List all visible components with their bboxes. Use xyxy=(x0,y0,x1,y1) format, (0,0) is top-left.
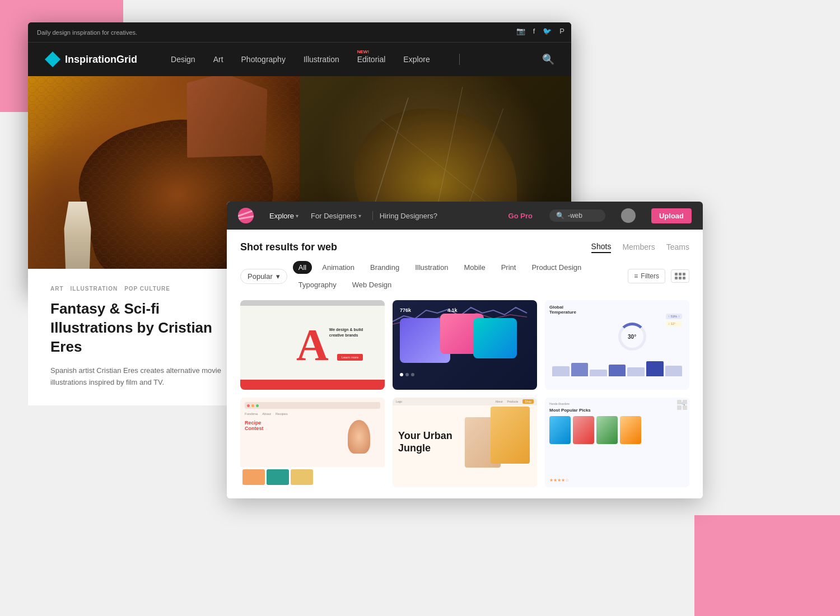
shot3-bar-3 xyxy=(590,370,607,376)
drib-search-value[interactable]: -web xyxy=(568,212,582,220)
ig-nav-editorial[interactable]: Editorial xyxy=(357,55,386,64)
drib-shots-grid: A We design & buildcreative brands Learn… xyxy=(240,300,689,487)
shot3-bar-4 xyxy=(609,365,626,376)
shot1-base-bar xyxy=(240,380,385,390)
shot6-grid-icon xyxy=(677,400,687,410)
shot2-card-blue xyxy=(473,318,516,358)
drib-tag-product-design[interactable]: Product Design xyxy=(526,261,587,274)
shot1-cta-button: Learn more xyxy=(337,354,363,361)
shot6-grid-dot-2 xyxy=(683,400,687,404)
drib-shot-2[interactable]: 776k 4.1k xyxy=(393,300,537,390)
drib-shot-3-img: GlobalTemperature 30° ↑ 53% ↑ ↓ 12° xyxy=(545,300,689,390)
shot4-bg: Fondima About Recipes RecipeContest xyxy=(240,398,385,487)
shot3-bg: GlobalTemperature 30° ↑ 53% ↑ ↓ 12° xyxy=(545,300,689,390)
ig-search-icon[interactable]: 🔍 xyxy=(542,53,554,66)
drib-filters-button[interactable]: ≡ Filters xyxy=(628,269,665,283)
drib-search-box[interactable]: 🔍 -web xyxy=(549,209,605,222)
shot4-recipe-3 xyxy=(291,469,313,485)
shot6-brand-name: Hande Akardere xyxy=(549,402,570,405)
drib-tab-shots[interactable]: Shots xyxy=(591,241,612,253)
shot1-bg: A We design & buildcreative brands Learn… xyxy=(240,300,385,390)
shot6-grid-dot-4 xyxy=(683,405,687,410)
drib-shot-5[interactable]: Logo About Products Shop Your UrbanJungl… xyxy=(393,398,537,487)
ig-nav-photography[interactable]: Photography xyxy=(241,55,286,64)
drib-tag-illustration[interactable]: Illustration xyxy=(409,261,454,274)
ig-twitter-icon[interactable]: 🐦 xyxy=(543,27,552,35)
drib-user-avatar[interactable] xyxy=(621,208,636,223)
drib-grid-dot-6 xyxy=(683,277,685,279)
shot3-chip2: ↓ 12° xyxy=(666,321,682,326)
drib-tag-all[interactable]: All xyxy=(293,261,312,274)
ig-pinterest-icon[interactable]: P xyxy=(559,27,564,35)
shot4-nav-link-3: Recipes xyxy=(276,412,288,416)
shot2-dot-active xyxy=(400,373,403,376)
ig-topbar-text: Daily design inspiration for creatives. xyxy=(37,29,137,36)
drib-nav: Explore ▾ For Designers ▾ Hiring Designe… xyxy=(265,209,437,222)
drib-tag-animation[interactable]: Animation xyxy=(316,261,360,274)
shot2-dot-2 xyxy=(405,373,409,376)
shot3-bar-5 xyxy=(627,367,645,377)
drib-tag-web-design[interactable]: Web Design xyxy=(347,278,398,291)
shot5-nav: Logo About Products Shop xyxy=(393,398,537,405)
ig-tag-popculture[interactable]: POP CULTURE xyxy=(124,286,170,292)
drib-body: Shot results for web Shots Members Teams… xyxy=(227,230,703,498)
drib-tag-typography[interactable]: Typography xyxy=(293,278,342,291)
ig-nav-divider xyxy=(459,54,460,65)
ig-tag-illustration[interactable]: ILLUSTRATION xyxy=(71,286,118,292)
drib-logo[interactable] xyxy=(238,208,254,223)
drib-upload-button[interactable]: Upload xyxy=(651,208,692,223)
shot6-grid-dot-1 xyxy=(677,400,682,404)
ig-nav-art[interactable]: Art xyxy=(213,55,223,64)
ig-instagram-icon[interactable]: 📷 xyxy=(516,27,525,35)
drib-hiring-text[interactable]: Hiring Designers? xyxy=(380,212,437,220)
dribbble-window: Explore ▾ For Designers ▾ Hiring Designe… xyxy=(227,202,703,498)
drib-shot-4[interactable]: Fondima About Recipes RecipeContest xyxy=(240,398,385,487)
shot5-product-boxes xyxy=(465,407,530,478)
shot1-letter-a: A xyxy=(296,323,329,367)
drib-grid-dot-2 xyxy=(679,273,682,276)
bg-decoration-bottom-right xyxy=(694,515,840,616)
ig-blog-title: Fantasy & Sci-fi Illustrations by Cristi… xyxy=(50,300,241,356)
drib-nav-designers[interactable]: For Designers ▾ xyxy=(306,209,366,222)
ig-nav-illustration[interactable]: Illustration xyxy=(304,55,339,64)
drib-tag-mobile[interactable]: Mobile xyxy=(458,261,491,274)
shot6-product-3 xyxy=(596,416,618,444)
shot4-recipe-1 xyxy=(242,469,265,485)
drib-logo-icon xyxy=(238,208,254,223)
drib-filter-tags: All Animation Branding Illustration Mobi… xyxy=(293,261,623,291)
shot2-dots xyxy=(400,373,414,376)
ig-topbar: Daily design inspiration for creatives. xyxy=(28,22,571,43)
shot4-dot-orange xyxy=(251,404,254,407)
drib-tag-branding[interactable]: Branding xyxy=(365,261,405,274)
ig-facebook-icon[interactable]: f xyxy=(533,27,535,35)
svg-line-5 xyxy=(381,119,490,206)
ig-logo-icon xyxy=(45,52,60,67)
shot6-grid-dot-3 xyxy=(677,405,682,410)
drib-shot-3[interactable]: GlobalTemperature 30° ↑ 53% ↑ ↓ 12° xyxy=(545,300,689,390)
drib-gopro-button[interactable]: Go Pro xyxy=(508,212,533,220)
drib-grid-toggle[interactable] xyxy=(671,269,689,283)
drib-shot-1-img: A We design & buildcreative brands Learn… xyxy=(240,300,385,390)
shot4-nav-link-2: About xyxy=(262,412,271,416)
shot4-app-bar xyxy=(245,402,380,409)
drib-tab-teams[interactable]: Teams xyxy=(666,241,689,253)
shot3-bar-7 xyxy=(665,366,683,377)
ig-logo[interactable]: InspirationGrid xyxy=(45,52,137,67)
drib-shot-6[interactable]: Hande Akardere 🔍 Most Popular Picks xyxy=(545,398,689,487)
drib-grid-dot-1 xyxy=(675,273,678,276)
drib-sort-chevron: ▾ xyxy=(276,272,280,281)
drib-filters-label: Filters xyxy=(641,272,659,280)
drib-search-icon: 🔍 xyxy=(556,212,564,220)
drib-tab-members[interactable]: Members xyxy=(622,241,655,253)
drib-grid-dot-3 xyxy=(683,273,685,276)
drib-shot-5-img: Logo About Products Shop Your UrbanJungl… xyxy=(393,398,537,487)
drib-shot-1[interactable]: A We design & buildcreative brands Learn… xyxy=(240,300,385,390)
drib-nav-explore[interactable]: Explore ▾ xyxy=(265,209,303,222)
drib-tag-print[interactable]: Print xyxy=(496,261,522,274)
ig-tag-art[interactable]: ART xyxy=(50,286,64,292)
ig-nav-design[interactable]: Design xyxy=(171,55,195,64)
drib-sort-button[interactable]: Popular ▾ xyxy=(240,269,287,284)
ig-nav-links: Design Art Photography Illustration Edit… xyxy=(171,54,542,65)
ig-nav-more[interactable]: Explore xyxy=(403,55,430,64)
shot3-chips: ↑ 53% ↑ ↓ 12° xyxy=(666,314,682,326)
